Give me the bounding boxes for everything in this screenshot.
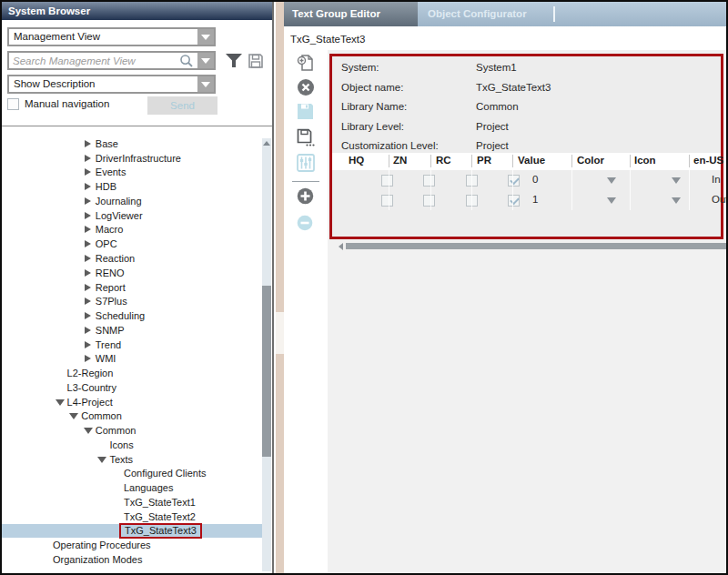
tab-text-group-editor[interactable]: Text Group Editor	[284, 2, 418, 26]
search-input[interactable]	[11, 53, 174, 68]
tree-item-l3-country[interactable]: L3-Country	[2, 380, 262, 395]
column-header-icon[interactable]: Icon	[634, 155, 656, 166]
column-header-color[interactable]: Color	[577, 155, 604, 166]
tree-item-base[interactable]: Base	[2, 136, 262, 151]
tree-item-configured-clients[interactable]: Configured Clients	[2, 467, 262, 481]
expander-spacer	[112, 469, 124, 478]
zn-checkbox[interactable]	[423, 195, 435, 207]
chevron-down-icon[interactable]	[69, 411, 81, 420]
save-view-icon[interactable]	[248, 53, 264, 73]
chevron-down-icon[interactable]	[197, 53, 214, 68]
chevron-right-icon[interactable]	[84, 268, 96, 277]
column-header-pr[interactable]: PR	[477, 155, 491, 166]
tree-item-snmp[interactable]: SNMP	[2, 323, 262, 338]
chevron-right-icon[interactable]	[84, 239, 96, 248]
tree-item-trend[interactable]: Trend	[2, 338, 262, 352]
chevron-down-icon[interactable]	[97, 455, 109, 464]
tree-item-reno[interactable]: RENO	[2, 266, 262, 280]
tree-item-reaction[interactable]: Reaction	[2, 251, 262, 266]
hq-checkbox[interactable]	[381, 175, 393, 187]
remove-row-icon[interactable]	[297, 215, 315, 233]
chevron-down-icon[interactable]	[197, 76, 214, 92]
tree-item-l4-project[interactable]: L4-Project	[2, 395, 262, 409]
scroll-up-icon[interactable]	[263, 141, 270, 146]
color-dropdown-icon[interactable]	[607, 197, 616, 204]
chevron-right-icon[interactable]	[84, 297, 96, 306]
new-text-group-icon[interactable]	[297, 54, 315, 72]
add-row-icon[interactable]	[297, 187, 315, 206]
pr-checkbox[interactable]	[508, 195, 520, 207]
panel-splitter[interactable]	[276, 2, 284, 573]
manual-navigation-checkbox[interactable]	[7, 98, 19, 110]
tree-item-common[interactable]: Common	[2, 423, 262, 438]
delete-icon[interactable]	[297, 78, 315, 96]
tree-item-report[interactable]: Report	[2, 280, 262, 295]
save-as-icon[interactable]	[297, 128, 315, 146]
tree-scrollbar-thumb[interactable]	[262, 286, 271, 457]
chevron-right-icon[interactable]	[84, 254, 96, 263]
description-selector[interactable]: Show Description	[7, 75, 216, 94]
tree-item-common[interactable]: Common	[2, 409, 262, 424]
chevron-down-icon[interactable]	[84, 426, 96, 435]
column-header-value[interactable]: Value	[518, 155, 545, 166]
column-header-en-us[interactable]: en-US	[693, 155, 723, 166]
pr-checkbox[interactable]	[508, 175, 520, 187]
chevron-right-icon[interactable]	[84, 354, 96, 363]
tree-item-texts[interactable]: Texts	[2, 452, 262, 467]
tree-item-label: Events	[96, 166, 126, 177]
chevron-right-icon[interactable]	[84, 340, 96, 349]
zn-checkbox[interactable]	[423, 175, 435, 187]
tree-item-l2-region[interactable]: L2-Region	[2, 366, 262, 380]
tree-item-hdb[interactable]: HDB	[2, 179, 262, 194]
hq-checkbox[interactable]	[381, 195, 393, 207]
chevron-down-icon[interactable]	[197, 29, 214, 45]
chevron-right-icon[interactable]	[84, 154, 96, 163]
tree-item-languages[interactable]: Languages	[2, 480, 262, 495]
search-box[interactable]	[7, 51, 216, 70]
tree-item-label: L4-Project	[67, 397, 113, 408]
icon-dropdown-icon[interactable]	[672, 177, 681, 184]
tree-scrollbar[interactable]	[262, 138, 271, 571]
chevron-right-icon[interactable]	[84, 326, 96, 335]
chevron-down-icon[interactable]	[56, 398, 67, 407]
color-dropdown-icon[interactable]	[607, 177, 616, 184]
tree-item-label: Journaling	[96, 196, 142, 207]
chevron-right-icon[interactable]	[84, 311, 96, 320]
column-settings-icon[interactable]	[297, 154, 315, 172]
filter-icon[interactable]	[225, 53, 243, 73]
save-icon[interactable]	[297, 103, 315, 121]
tree-item-macro[interactable]: Macro	[2, 223, 262, 237]
tree-item-txg-statetext2[interactable]: TxG_StateText2	[2, 509, 262, 524]
chevron-right-icon[interactable]	[84, 283, 96, 292]
tree-item-journaling[interactable]: Journaling	[2, 194, 262, 208]
column-header-zn[interactable]: ZN	[393, 155, 407, 166]
chevron-right-icon[interactable]	[84, 211, 96, 220]
tree-item-txg-statetext1[interactable]: TxG_StateText1	[2, 495, 262, 509]
splitter-handle[interactable]	[276, 312, 284, 354]
tree-item-scheduling[interactable]: Scheduling	[2, 308, 262, 323]
chevron-right-icon[interactable]	[84, 139, 96, 148]
tree-item-opc[interactable]: OPC	[2, 237, 262, 251]
tree-item-driverinfrastructure[interactable]: DriverInfrastructure	[2, 151, 262, 166]
chevron-right-icon[interactable]	[84, 225, 96, 234]
tree-item-organization-modes[interactable]: Organization Modes	[2, 552, 262, 567]
tree-item-txg-statetext3[interactable]: TxG_StateText3	[2, 524, 262, 539]
tree-item-events[interactable]: Events	[2, 166, 262, 180]
view-selector[interactable]: Management View	[7, 27, 216, 46]
column-header-rc[interactable]: RC	[436, 155, 451, 166]
scroll-left-icon[interactable]	[339, 243, 343, 250]
tree-item-operating-procedures[interactable]: Operating Procedures	[2, 538, 262, 552]
icon-dropdown-icon[interactable]	[672, 197, 681, 204]
tree-item-logviewer[interactable]: LogViewer	[2, 208, 262, 223]
tab-object-configurator[interactable]: Object Configurator	[418, 2, 554, 26]
send-button[interactable]: Send	[147, 96, 217, 115]
chevron-right-icon[interactable]	[84, 182, 96, 191]
column-header-hq[interactable]: HQ	[349, 155, 364, 166]
tree-item-label: Report	[96, 282, 126, 293]
tree-item-wmi[interactable]: WMI	[2, 351, 262, 366]
horizontal-scrollbar-thumb[interactable]	[346, 243, 726, 249]
chevron-right-icon[interactable]	[84, 167, 96, 177]
tree-item-icons[interactable]: Icons	[2, 438, 262, 452]
chevron-right-icon[interactable]	[84, 197, 96, 206]
tree-item-s7plus[interactable]: S7Plus	[2, 294, 262, 308]
